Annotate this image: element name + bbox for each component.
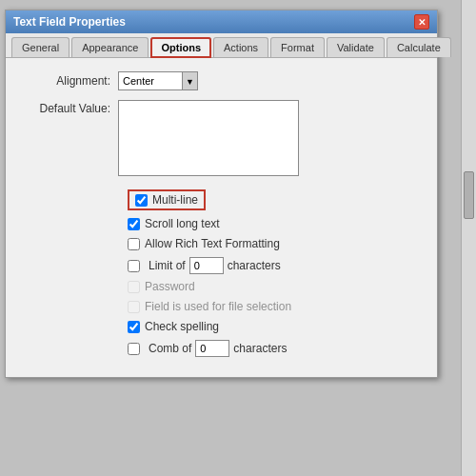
alignment-label: Alignment: xyxy=(23,74,118,88)
password-row: Password xyxy=(23,280,420,293)
dialog-window: Text Field Properties ✕ General Appearan… xyxy=(5,10,438,378)
alignment-dropdown-arrow[interactable]: ▼ xyxy=(183,71,198,90)
limit-of-row: Limit of characters xyxy=(23,257,420,274)
limit-of-label: Limit of xyxy=(149,259,186,272)
file-selection-checkbox[interactable] xyxy=(128,301,140,313)
tab-appearance[interactable]: Appearance xyxy=(71,37,149,57)
scrollbar-thumb xyxy=(464,171,474,219)
tab-actions[interactable]: Actions xyxy=(213,37,268,57)
characters-label: characters xyxy=(228,259,281,272)
multiline-checkbox[interactable] xyxy=(135,194,148,207)
tab-options[interactable]: Options xyxy=(150,37,211,58)
close-button[interactable]: ✕ xyxy=(414,14,429,30)
scroll-long-text-checkbox[interactable] xyxy=(128,218,140,230)
right-scrollbar[interactable] xyxy=(461,0,476,476)
limit-of-checkbox[interactable] xyxy=(128,260,140,272)
window-title: Text Field Properties xyxy=(13,15,126,29)
comb-characters-label: characters xyxy=(233,342,287,355)
rich-text-row: Allow Rich Text Formatting xyxy=(23,237,420,250)
comb-of-label: Comb of xyxy=(149,342,191,355)
limit-of-input[interactable] xyxy=(189,257,224,274)
comb-of-row: Comb of characters xyxy=(23,340,420,357)
options-content: Alignment: Center ▼ Default Value: Multi… xyxy=(6,58,437,377)
scroll-long-text-row: Scroll long text xyxy=(23,217,420,230)
tab-format[interactable]: Format xyxy=(270,37,325,57)
comb-of-input[interactable] xyxy=(195,340,229,357)
multiline-label: Multi-line xyxy=(152,193,198,207)
file-selection-row: Field is used for file selection xyxy=(23,300,420,313)
alignment-select-value[interactable]: Center xyxy=(118,71,183,90)
alignment-row: Alignment: Center ▼ xyxy=(23,71,420,90)
tab-bar: General Appearance Options Actions Forma… xyxy=(6,33,437,58)
default-value-label: Default Value: xyxy=(23,100,118,115)
rich-text-checkbox[interactable] xyxy=(128,238,140,250)
tab-calculate[interactable]: Calculate xyxy=(387,37,451,57)
multiline-container: Multi-line xyxy=(23,189,420,210)
check-spelling-label: Check spelling xyxy=(145,320,219,333)
multiline-highlight-box: Multi-line xyxy=(128,189,206,210)
scroll-long-text-label: Scroll long text xyxy=(145,217,220,230)
tab-general[interactable]: General xyxy=(11,37,69,57)
comb-of-checkbox[interactable] xyxy=(128,343,140,355)
close-icon: ✕ xyxy=(418,17,426,28)
password-checkbox[interactable] xyxy=(128,281,140,293)
rich-text-label: Allow Rich Text Formatting xyxy=(145,237,280,250)
tab-validate[interactable]: Validate xyxy=(327,37,385,57)
check-spelling-row: Check spelling xyxy=(23,320,420,333)
password-label: Password xyxy=(145,280,195,293)
check-spelling-checkbox[interactable] xyxy=(128,321,140,333)
default-value-textarea[interactable] xyxy=(118,100,299,176)
title-bar: Text Field Properties ✕ xyxy=(6,10,437,33)
alignment-select-wrapper: Center ▼ xyxy=(118,71,198,90)
default-value-row: Default Value: xyxy=(23,100,420,176)
file-selection-label: Field is used for file selection xyxy=(145,300,291,313)
